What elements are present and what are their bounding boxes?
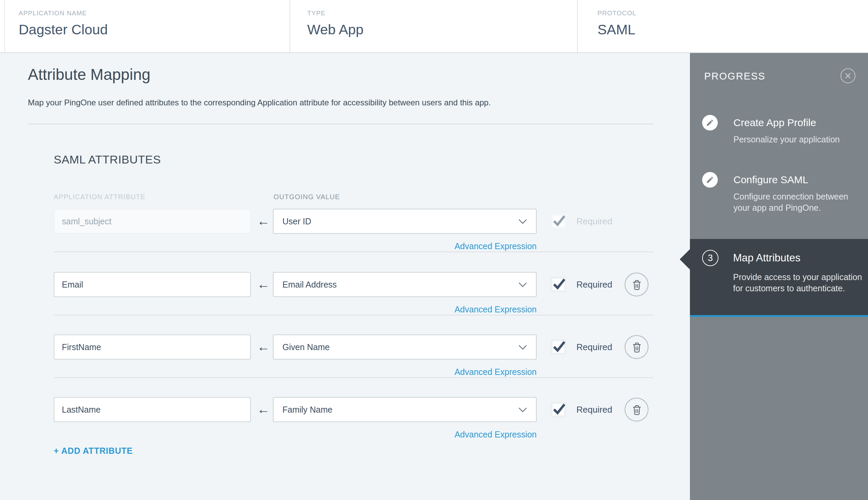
delete-attribute-button[interactable]	[625, 398, 649, 421]
attribute-mapping-page: APPLICATION NAME Dagster Cloud TYPE Web …	[0, 0, 868, 500]
step-description: Personalize your application	[733, 134, 859, 145]
attribute-row-saml-subject: ← User ID Required Advanced Expression	[54, 209, 653, 263]
progress-sidebar: PROGRESS Create App Profile Personalize …	[690, 53, 868, 500]
header-field-application-name: APPLICATION NAME Dagster Cloud	[19, 10, 108, 38]
required-label: Required	[576, 397, 613, 422]
step-description: Provide access to your application for c…	[733, 272, 866, 294]
attribute-row-firstname: ← Given Name Required Advanced Expressio…	[54, 334, 653, 389]
section-divider	[28, 124, 653, 124]
chevron-down-icon	[518, 219, 527, 224]
add-attribute-link[interactable]: + ADD ATTRIBUTE	[54, 446, 133, 456]
advanced-expression-link[interactable]: Advanced Expression	[273, 367, 537, 377]
app-summary-header: APPLICATION NAME Dagster Cloud TYPE Web …	[0, 0, 868, 53]
attribute-row-lastname: ← Family Name Required Advanced Expressi…	[54, 397, 653, 451]
protocol-label: PROTOCOL	[597, 10, 636, 17]
attribute-row-email: ← Email Address Required Advanced Expres…	[54, 272, 653, 326]
check-icon	[552, 275, 566, 291]
outgoing-value-select[interactable]: User ID	[273, 209, 537, 234]
arrow-left-icon: ←	[256, 334, 271, 360]
close-button[interactable]	[840, 68, 856, 83]
trash-icon	[632, 342, 642, 353]
delete-attribute-button[interactable]	[625, 273, 649, 296]
application-attribute-input[interactable]	[54, 272, 251, 297]
page-title: Attribute Mapping	[28, 65, 150, 83]
progress-step-map-attributes-active[interactable]: 3 Map Attributes Provide access to your …	[690, 239, 868, 317]
close-icon	[840, 68, 856, 83]
chevron-down-icon	[518, 282, 527, 287]
column-header-outgoing-value: OUTGOING VALUE	[274, 193, 340, 201]
outgoing-value-select[interactable]: Family Name	[273, 397, 537, 422]
required-checkbox[interactable]	[551, 277, 566, 292]
delete-attribute-button[interactable]	[625, 335, 649, 359]
pencil-icon	[702, 115, 718, 130]
protocol-value: SAML	[597, 22, 636, 38]
application-attribute-input	[54, 209, 251, 234]
required-label: Required	[576, 272, 613, 297]
application-name-label: APPLICATION NAME	[19, 10, 108, 17]
trash-icon	[632, 404, 642, 416]
outgoing-value-select[interactable]: Given Name	[273, 334, 537, 360]
arrow-left-icon: ←	[256, 209, 271, 234]
check-icon	[552, 212, 566, 228]
type-value: Web App	[307, 22, 364, 38]
advanced-expression-link[interactable]: Advanced Expression	[273, 241, 537, 251]
step-description: Configure connection between your app an…	[733, 191, 859, 214]
column-header-application-attribute: APPLICATION ATTRIBUTE	[54, 193, 146, 201]
header-field-protocol: PROTOCOL SAML	[597, 10, 636, 38]
required-checkbox	[551, 214, 566, 229]
advanced-expression-link[interactable]: Advanced Expression	[273, 305, 537, 315]
type-label: TYPE	[307, 10, 364, 17]
pencil-icon	[702, 172, 718, 188]
outgoing-value-selected: Family Name	[283, 398, 332, 421]
step-title: Create App Profile	[733, 117, 816, 128]
outgoing-value-selected: User ID	[283, 209, 311, 233]
required-label: Required	[576, 209, 613, 234]
trash-icon	[632, 279, 642, 291]
application-attribute-input[interactable]	[54, 334, 251, 360]
row-divider	[54, 251, 653, 252]
application-attribute-input[interactable]	[54, 397, 251, 422]
active-step-pointer	[680, 249, 690, 270]
header-field-type: TYPE Web App	[307, 10, 364, 38]
outgoing-value-selected: Email Address	[283, 273, 337, 296]
page-description: Map your PingOne user defined attributes…	[28, 98, 491, 107]
step-title: Map Attributes	[733, 252, 800, 264]
row-divider	[54, 315, 653, 316]
saml-attributes-section-title: SAML ATTRIBUTES	[54, 153, 161, 166]
row-divider	[54, 377, 653, 378]
application-name-value: Dagster Cloud	[19, 22, 108, 38]
required-checkbox[interactable]	[551, 339, 566, 355]
step-number-badge: 3	[702, 250, 718, 266]
progress-title: PROGRESS	[704, 71, 765, 82]
arrow-left-icon: ←	[256, 272, 271, 297]
required-label: Required	[576, 334, 613, 360]
outgoing-value-select[interactable]: Email Address	[273, 272, 537, 297]
check-icon	[552, 338, 566, 353]
header-divider	[289, 0, 290, 52]
advanced-expression-link[interactable]: Advanced Expression	[273, 430, 537, 440]
header-divider	[577, 0, 578, 52]
outgoing-value-selected: Given Name	[283, 335, 330, 359]
required-checkbox[interactable]	[551, 402, 566, 417]
chevron-down-icon	[518, 345, 527, 350]
chevron-down-icon	[518, 407, 527, 413]
check-icon	[552, 400, 566, 416]
arrow-left-icon: ←	[256, 397, 271, 422]
step-title: Configure SAML	[733, 174, 808, 185]
window-left-edge	[4, 0, 5, 52]
